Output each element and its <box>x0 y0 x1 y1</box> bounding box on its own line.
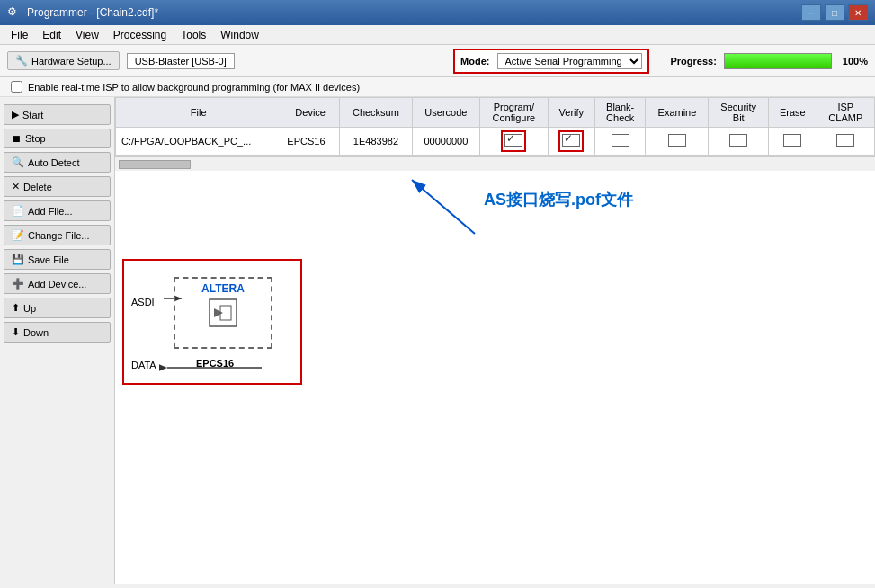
verify-checkbox[interactable] <box>562 134 580 147</box>
col-isp: ISPCLAMP <box>817 98 874 128</box>
titlebar: ⚙ Programmer - [Chain2.cdf]* ─ □ ✕ <box>0 0 875 25</box>
mode-dropdown[interactable]: Active Serial Programming JTAG Passive S… <box>497 53 642 69</box>
diagram-box: ASDI ALTERA <box>122 259 302 385</box>
down-icon: ⬇ <box>12 326 20 338</box>
erase-checkbox[interactable] <box>783 134 801 147</box>
mode-label: Mode: <box>460 56 489 67</box>
auto-detect-icon: 🔍 <box>12 156 24 168</box>
cell-erase[interactable] <box>768 128 817 156</box>
content-area: File Device Checksum Usercode Program/Co… <box>115 97 875 584</box>
chip-diagram: ALTERA <box>174 277 272 349</box>
app-icon: ⚙ <box>7 5 22 20</box>
progress-section: Progress: 100% <box>671 53 869 69</box>
progress-percent: 100% <box>843 56 868 67</box>
chip-brand: ALTERA <box>201 282 245 295</box>
cell-security[interactable] <box>709 128 769 156</box>
toolbar: 🔧 Hardware Setup... USB-Blaster [USB-0] … <box>0 45 875 77</box>
examine-checkbox[interactable] <box>668 134 686 147</box>
annotation-text: AS接口烧写.pof文件 <box>484 189 633 210</box>
isp-label: Enable real-time ISP to allow background… <box>28 82 360 93</box>
delete-button[interactable]: ✕ Delete <box>4 176 111 197</box>
menu-processing[interactable]: Processing <box>106 27 174 43</box>
table-row: C:/FPGA/LOOPBACK_PC_... EPCS16 1E483982 … <box>116 128 875 156</box>
cell-checksum: 1E483982 <box>340 128 413 156</box>
scrollbar-thumb[interactable] <box>119 160 191 169</box>
col-checksum: Checksum <box>340 98 413 128</box>
chip-icon-svg <box>201 295 246 331</box>
stop-button[interactable]: ⏹ Stop <box>4 129 111 148</box>
cell-program[interactable] <box>479 128 548 156</box>
auto-detect-button[interactable]: 🔍 Auto Detect <box>4 152 111 173</box>
maximize-button[interactable]: □ <box>825 4 844 21</box>
save-file-button[interactable]: 💾 Save File <box>4 249 111 270</box>
sidebar: ▶ Start ⏹ Stop 🔍 Auto Detect ✕ Delete 📄 … <box>0 97 115 584</box>
col-device: Device <box>281 98 340 128</box>
window-title: Programmer - [Chain2.cdf]* <box>27 6 801 19</box>
svg-marker-5 <box>214 308 223 317</box>
menu-edit[interactable]: Edit <box>35 27 68 43</box>
menu-view[interactable]: View <box>68 27 106 43</box>
col-erase: Erase <box>768 98 817 128</box>
main-area: ▶ Start ⏹ Stop 🔍 Auto Detect ✕ Delete 📄 … <box>0 97 875 584</box>
cell-examine[interactable] <box>646 128 709 156</box>
menubar: File Edit View Processing Tools Window <box>0 25 875 45</box>
col-verify: Verify <box>548 98 594 128</box>
progress-label: Progress: <box>671 56 717 67</box>
cell-usercode: 00000000 <box>412 128 479 156</box>
col-program: Program/Configure <box>479 98 548 128</box>
annotation-area: AS接口烧写.pof文件 <box>115 171 875 252</box>
add-file-button[interactable]: 📄 Add File... <box>4 200 111 221</box>
blaster-device: USB-Blaster [USB-0] <box>127 53 235 69</box>
cell-file: C:/FPGA/LOOPBACK_PC_... <box>116 128 281 156</box>
delete-icon: ✕ <box>12 181 20 192</box>
diagram-area: ASDI ALTERA <box>115 252 875 584</box>
table-scroll[interactable]: File Device Checksum Usercode Program/Co… <box>115 97 875 156</box>
add-file-icon: 📄 <box>12 205 24 217</box>
isp-clamp-checkbox[interactable] <box>836 134 854 147</box>
col-file: File <box>116 98 281 128</box>
menu-window[interactable]: Window <box>213 27 266 43</box>
blank-checkbox[interactable] <box>612 134 629 147</box>
isp-checkbox[interactable] <box>11 81 22 93</box>
svg-line-1 <box>412 180 475 234</box>
progress-bar <box>724 53 832 69</box>
cell-isp[interactable] <box>817 128 874 156</box>
start-button[interactable]: ▶ Start <box>4 104 111 125</box>
col-examine: Examine <box>646 98 709 128</box>
close-button[interactable]: ✕ <box>848 4 868 21</box>
up-icon: ⬆ <box>12 302 20 314</box>
cell-verify[interactable] <box>548 128 594 156</box>
minimize-button[interactable]: ─ <box>801 4 821 21</box>
progress-bar-fill <box>725 54 831 68</box>
col-security: SecurityBit <box>709 98 769 128</box>
security-checkbox[interactable] <box>729 134 747 147</box>
data-arrow-svg <box>131 360 266 376</box>
hardware-icon: 🔧 <box>15 55 28 67</box>
hardware-setup-button[interactable]: 🔧 Hardware Setup... <box>7 51 120 70</box>
change-file-button[interactable]: 📝 Change File... <box>4 225 111 245</box>
program-checkbox[interactable] <box>504 134 522 147</box>
save-file-icon: 💾 <box>12 254 24 265</box>
up-button[interactable]: ⬆ Up <box>4 298 111 318</box>
down-button[interactable]: ⬇ Down <box>4 322 111 343</box>
isp-bar: Enable real-time ISP to allow background… <box>0 77 875 97</box>
mode-section: Mode: Active Serial Programming JTAG Pas… <box>453 49 648 74</box>
start-icon: ▶ <box>12 109 19 120</box>
change-file-icon: 📝 <box>12 229 24 241</box>
window-controls: ─ □ ✕ <box>801 4 868 21</box>
col-usercode: Usercode <box>412 98 479 128</box>
add-device-button[interactable]: ➕ Add Device... <box>4 273 111 294</box>
add-device-icon: ➕ <box>12 278 24 290</box>
stop-icon: ⏹ <box>12 133 22 144</box>
cell-device: EPCS16 <box>281 128 340 156</box>
horizontal-scrollbar[interactable] <box>115 156 875 171</box>
col-blank: Blank-Check <box>594 98 645 128</box>
cell-blank[interactable] <box>594 128 645 156</box>
menu-file[interactable]: File <box>4 27 35 43</box>
menu-tools[interactable]: Tools <box>174 27 213 43</box>
programmer-table: File Device Checksum Usercode Program/Co… <box>115 97 875 156</box>
